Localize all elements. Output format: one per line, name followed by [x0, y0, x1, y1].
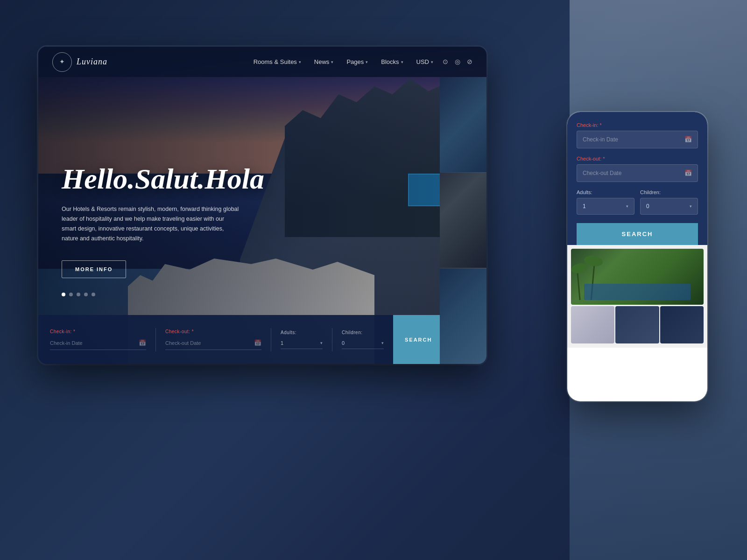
nav-label-pages: Pages [346, 58, 364, 65]
mobile-adults-label: Adults: [577, 189, 634, 195]
mobile-checkin-label: Check-in: * [577, 122, 698, 128]
mobile-small-image-2 [615, 306, 659, 343]
nav-label-rooms: Rooms & Suites [254, 58, 297, 65]
palm-frond-1 [571, 262, 588, 275]
chevron-down-icon: ▾ [366, 60, 368, 64]
booking-divider-2 [271, 328, 271, 351]
checkin-required: * [73, 329, 75, 334]
mobile-adults-col: Adults: 1 ▾ [577, 189, 634, 215]
logo-text: Luviana [77, 57, 107, 67]
mobile-small-image-1 [571, 306, 614, 343]
checkin-label: Check-in: * [50, 329, 146, 334]
mobile-checkout-placeholder: Check-out Date [583, 170, 684, 176]
slide-dot-1[interactable] [62, 293, 65, 296]
children-select[interactable]: 0 ▾ [342, 337, 384, 349]
thumbnail-strip [440, 77, 486, 364]
checkout-field: Check-out: * Check-out Date 📅 [165, 329, 261, 350]
adults-field: Adults: 1 ▾ [281, 330, 323, 349]
checkout-required: * [192, 329, 194, 334]
mobile-small-image-3 [660, 306, 704, 343]
checkin-input-wrap: Check-in Date 📅 [50, 336, 146, 350]
chevron-down-icon: ▾ [401, 60, 403, 64]
booking-bar: Check-in: * Check-in Date 📅 Check-out: *… [38, 315, 440, 364]
children-value: 0 [342, 340, 381, 346]
mobile-main-image [571, 249, 704, 305]
mobile-checkin-required: * [600, 122, 602, 128]
hero-description: Our Hotels & Resorts remain stylish, mod… [62, 204, 239, 244]
adults-select[interactable]: 1 ▾ [281, 337, 323, 349]
mobile-checkin-input[interactable]: Check-in Date 📅 [577, 131, 698, 148]
chevron-down-icon: ▾ [431, 60, 433, 64]
calendar-icon-2: 📅 [254, 339, 261, 347]
checkout-label: Check-out: * [165, 329, 261, 334]
children-field: Children: 0 ▾ [342, 330, 384, 349]
slide-dot-2[interactable] [69, 293, 73, 296]
nav-social-icons: ⊙ ◎ ⊘ [443, 58, 472, 66]
mobile-children-label: Children: [640, 189, 698, 195]
mobile-adults-chevron-icon: ▾ [626, 204, 628, 209]
slide-dot-4[interactable] [84, 293, 88, 296]
mobile-bottom-images [571, 306, 704, 343]
mobile-adults-select[interactable]: 1 ▾ [577, 198, 634, 215]
thumbnail-3[interactable] [440, 268, 486, 364]
mobile-checkout-required: * [603, 156, 605, 161]
booking-divider-1 [155, 328, 156, 351]
instagram-icon[interactable]: ⊙ [443, 58, 448, 66]
nav-link-rooms[interactable]: Rooms & Suites ▾ [254, 58, 301, 65]
checkout-placeholder: Check-out Date [165, 340, 254, 346]
slide-dot-3[interactable] [77, 293, 80, 296]
mobile-calendar-icon-1: 📅 [684, 136, 692, 143]
thumbnail-2[interactable] [440, 173, 486, 268]
checkout-input-wrap: Check-out Date 📅 [165, 336, 261, 350]
nav-link-blocks[interactable]: Blocks ▾ [381, 58, 403, 65]
adults-chevron-icon: ▾ [320, 341, 323, 345]
adults-label: Adults: [281, 330, 323, 335]
mobile-checkin-field: Check-in: * Check-in Date 📅 [577, 122, 698, 148]
tripadvisor-icon[interactable]: ◎ [455, 58, 460, 66]
nav-link-pages[interactable]: Pages ▾ [346, 58, 368, 65]
hero-title: Hello.Salut.Hola [62, 163, 416, 195]
mobile-checkout-label: Check-out: * [577, 156, 698, 161]
nav-links: Rooms & Suites ▾ News ▾ Pages ▾ Blocks ▾… [254, 58, 433, 65]
mobile-children-chevron-icon: ▾ [690, 204, 692, 209]
booking-search-button[interactable]: SEARCH [393, 315, 440, 364]
mobile-checkout-field: Check-out: * Check-out Date 📅 [577, 156, 698, 182]
nav-label-usd: USD [416, 58, 429, 65]
hero-slide-dots [62, 293, 95, 296]
nav-label-blocks: Blocks [381, 58, 399, 65]
slide-dot-5[interactable] [92, 293, 95, 296]
chevron-down-icon: ▾ [331, 60, 333, 64]
mobile-children-select[interactable]: 0 ▾ [640, 198, 698, 215]
mobile-image-section [567, 245, 707, 348]
pool [584, 284, 690, 300]
palm-trunk-1 [577, 272, 580, 300]
booking-divider-3 [332, 328, 332, 351]
mobile-booking-panel: Check-in: * Check-in Date 📅 Check-out: *… [567, 112, 707, 245]
laptop-mockup: ✦ Luviana Rooms & Suites ▾ News ▾ Pages … [38, 47, 486, 364]
mobile-children-value: 0 [646, 203, 690, 210]
foursquare-icon[interactable]: ⊘ [467, 58, 472, 66]
chevron-down-icon: ▾ [299, 60, 301, 64]
mobile-adults-value: 1 [583, 203, 626, 210]
adults-value: 1 [281, 340, 320, 346]
mobile-checkout-input[interactable]: Check-out Date 📅 [577, 164, 698, 182]
checkin-field: Check-in: * Check-in Date 📅 [50, 329, 146, 350]
mobile-children-col: Children: 0 ▾ [640, 189, 698, 215]
calendar-icon: 📅 [139, 339, 146, 347]
children-chevron-icon: ▾ [381, 341, 384, 345]
mobile-mockup: Check-in: * Check-in Date 📅 Check-out: *… [567, 112, 707, 401]
logo-icon: ✦ [52, 52, 72, 72]
more-info-button[interactable]: MORE INFO [62, 260, 126, 278]
mobile-checkin-placeholder: Check-in Date [583, 136, 684, 143]
mobile-calendar-icon-2: 📅 [684, 169, 692, 177]
mobile-guests-row: Adults: 1 ▾ Children: 0 ▾ [577, 189, 698, 215]
children-label: Children: [342, 330, 384, 335]
checkin-placeholder: Check-in Date [50, 340, 139, 346]
navbar: ✦ Luviana Rooms & Suites ▾ News ▾ Pages … [38, 47, 486, 77]
nav-link-news[interactable]: News ▾ [314, 58, 334, 65]
mobile-search-button[interactable]: SEARCH [577, 223, 698, 245]
logo-symbol: ✦ [59, 58, 65, 66]
nav-link-usd[interactable]: USD ▾ [416, 58, 433, 65]
thumbnail-1[interactable] [440, 77, 486, 173]
nav-logo[interactable]: ✦ Luviana [52, 52, 107, 72]
